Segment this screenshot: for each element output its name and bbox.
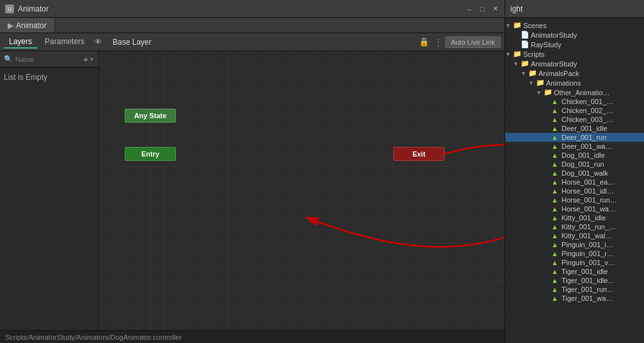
tree-item-label: AnimatorStudy bbox=[531, 60, 577, 68]
search-icon: 🔍 bbox=[4, 55, 13, 63]
script-icon: 📄 bbox=[521, 31, 531, 39]
window-title: Animator bbox=[18, 4, 49, 13]
tree-item-label: Deer_001_wa… bbox=[562, 142, 613, 150]
toolbar: Layers Parameters 👁 Base Layer 🔒 ⋮ Auto … bbox=[0, 33, 505, 51]
parameters-tab[interactable]: Parameters bbox=[40, 36, 90, 49]
search-input[interactable] bbox=[15, 56, 67, 63]
tree-expand-icon[interactable]: ▼ bbox=[528, 80, 536, 86]
dots-menu-icon[interactable]: ⋮ bbox=[434, 37, 443, 47]
tree-item[interactable]: 📄AnimatorStudy bbox=[505, 30, 644, 40]
tree-item-label: Pinguin_001_r… bbox=[562, 250, 614, 257]
auto-live-link-button[interactable]: Auto Live Link bbox=[445, 36, 501, 48]
right-partial-title: ight bbox=[510, 4, 522, 13]
anystate-node[interactable]: Any State bbox=[125, 109, 176, 123]
project-tree[interactable]: ▼📁Scenes 📄AnimatorStudy 📄RayStudy▼📁Scrip… bbox=[505, 18, 644, 343]
anim-icon: ▲ bbox=[551, 259, 562, 266]
close-button[interactable]: ✕ bbox=[491, 4, 499, 13]
minimize-button[interactable]: – bbox=[465, 4, 474, 13]
tree-item[interactable]: ▲Deer_001_run bbox=[505, 133, 644, 142]
anim-icon: ▲ bbox=[551, 125, 562, 132]
tree-item[interactable]: ▲Chicken_003_… bbox=[505, 115, 644, 124]
tree-item[interactable]: ▲Horse_001_ea… bbox=[505, 178, 644, 187]
tree-item[interactable]: ▲Kitty_001_wal… bbox=[505, 231, 644, 240]
tree-item[interactable]: ▲Horse_001_wa… bbox=[505, 204, 644, 213]
tree-item[interactable]: ▲Tiger_001_wa… bbox=[505, 294, 644, 303]
anim-icon: ▲ bbox=[551, 107, 562, 114]
tree-item-label: Animations bbox=[546, 79, 581, 87]
tree-item[interactable]: ▲Chicken_002_… bbox=[505, 106, 644, 115]
eye-button[interactable]: 👁 bbox=[92, 36, 104, 48]
tab-label: Animator bbox=[16, 21, 47, 30]
tree-item[interactable]: ▲Pinguin_001_r… bbox=[505, 249, 644, 258]
tree-item-label: Tiger_001_run… bbox=[562, 286, 614, 293]
tree-item-label: Kitty_001_run_… bbox=[562, 223, 616, 231]
file-path: Scripts/AnimatorStudy/Animators/DogAnima… bbox=[5, 333, 182, 341]
tree-item[interactable]: ▲Dog_001_idle bbox=[505, 151, 644, 160]
tree-item[interactable]: ▼📁Scenes bbox=[505, 20, 644, 30]
tree-item-label: Pinguin_001_v… bbox=[562, 259, 615, 266]
tree-item[interactable]: ▼📁Scripts bbox=[505, 49, 644, 59]
layers-tab[interactable]: Layers bbox=[4, 36, 37, 49]
tree-item-label: Deer_001_idle bbox=[562, 125, 608, 132]
title-bar: U Animator – □ ✕ bbox=[0, 0, 505, 18]
unity-logo: U bbox=[5, 4, 14, 13]
anim-icon: ▲ bbox=[551, 250, 562, 257]
maximize-button[interactable]: □ bbox=[478, 4, 487, 13]
tree-item[interactable]: ▲Deer_001_wa… bbox=[505, 142, 644, 151]
tree-item[interactable]: ▼📁AnimatorStudy bbox=[505, 59, 644, 68]
list-panel: 🔍 + ▼ List is Empty bbox=[0, 51, 99, 330]
tree-item-label: Dog_001_run bbox=[562, 160, 604, 168]
tree-item[interactable]: ▲Horse_001_run… bbox=[505, 195, 644, 204]
tree-item[interactable]: ▲Dog_001_walk bbox=[505, 169, 644, 178]
tree-item[interactable]: ▲Deer_001_idle bbox=[505, 124, 644, 133]
anim-icon: ▲ bbox=[551, 232, 562, 240]
tree-item[interactable]: ▲Chicken_001_… bbox=[505, 97, 644, 106]
tree-item-label: Other_Animatio… bbox=[554, 89, 609, 96]
tree-item-label: Horse_001_ea… bbox=[562, 178, 615, 186]
tree-item[interactable]: ▲Horse_001_idl… bbox=[505, 187, 644, 195]
animator-panel: U Animator – □ ✕ ▶ Animator Layers Param… bbox=[0, 0, 505, 343]
tree-expand-icon[interactable]: ▼ bbox=[505, 22, 513, 29]
tree-item[interactable]: ▲Kitty_001_idle bbox=[505, 213, 644, 222]
folder-icon: 📁 bbox=[521, 59, 531, 68]
anim-icon: ▲ bbox=[551, 178, 562, 186]
exit-node[interactable]: Exit bbox=[393, 147, 444, 161]
animator-canvas[interactable]: Any State Entry Exit bbox=[99, 51, 505, 330]
anim-icon: ▲ bbox=[551, 98, 562, 105]
tree-item[interactable]: ▲Tiger_001_idle… bbox=[505, 276, 644, 285]
anim-icon: ▲ bbox=[551, 133, 562, 141]
tree-expand-icon[interactable]: ▼ bbox=[521, 70, 528, 77]
tree-expand-icon[interactable]: ▼ bbox=[536, 89, 544, 96]
anim-icon: ▲ bbox=[551, 196, 562, 204]
tree-item[interactable]: ▲Kitty_001_run_… bbox=[505, 222, 644, 231]
tree-item[interactable]: 📄RayStudy bbox=[505, 40, 644, 49]
tab-bar: ▶ Animator bbox=[0, 18, 505, 33]
tree-item[interactable]: ▲Tiger_001_idle bbox=[505, 267, 644, 276]
tree-item-label: Dog_001_idle bbox=[562, 151, 605, 159]
tree-item[interactable]: ▼📁AnimalsPack bbox=[505, 68, 644, 78]
tree-item[interactable]: ▲Pinguin_001_i… bbox=[505, 240, 644, 249]
entry-node[interactable]: Entry bbox=[125, 147, 176, 161]
tree-expand-icon[interactable]: ▼ bbox=[513, 61, 521, 67]
add-button[interactable]: + ▼ bbox=[83, 54, 95, 65]
anim-icon: ▲ bbox=[551, 241, 562, 248]
tree-expand-icon[interactable]: ▼ bbox=[505, 51, 513, 57]
tree-item[interactable]: ▼📁Animations bbox=[505, 78, 644, 88]
tree-item[interactable]: ▼📁Other_Animatio… bbox=[505, 88, 644, 97]
right-title-bar: ight bbox=[505, 0, 644, 18]
tree-item[interactable]: ▲Dog_001_run bbox=[505, 160, 644, 169]
script-icon: 📄 bbox=[521, 40, 531, 49]
tree-item[interactable]: ▲Tiger_001_run… bbox=[505, 285, 644, 294]
tree-item-label: AnimalsPack bbox=[538, 70, 579, 77]
tree-item-label: Chicken_001_… bbox=[562, 98, 613, 105]
arrow-overlay bbox=[99, 51, 505, 330]
folder-icon: 📁 bbox=[544, 88, 554, 96]
tree-item-label: Chicken_002_… bbox=[562, 107, 613, 114]
anim-icon: ▲ bbox=[551, 151, 562, 159]
tree-item[interactable]: ▲Pinguin_001_v… bbox=[505, 258, 644, 267]
tree-item-label: Tiger_001_idle bbox=[562, 268, 608, 275]
anim-icon: ▲ bbox=[551, 286, 562, 293]
tree-item-label: Scenes bbox=[523, 22, 547, 29]
animator-tab[interactable]: ▶ Animator bbox=[0, 18, 55, 33]
folder-icon: 📁 bbox=[513, 21, 523, 29]
